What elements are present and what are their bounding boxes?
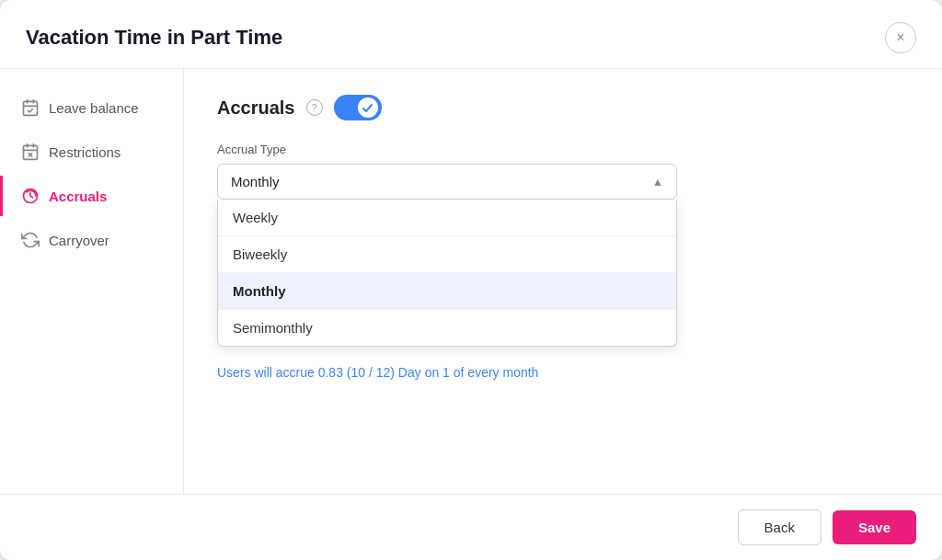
dropdown-option-semimonthly[interactable]: Semimonthly [218, 310, 676, 346]
accrual-type-label: Accrual Type [217, 143, 909, 156]
sidebar-item-accruals[interactable]: Accruals [0, 176, 183, 216]
chevron-up-icon: ▲ [652, 176, 663, 189]
sidebar-item-restrictions[interactable]: Restrictions [0, 131, 183, 172]
sidebar-item-leave-balance[interactable]: Leave balance [0, 87, 183, 128]
dropdown-trigger[interactable]: Monthly ▲ [217, 164, 677, 200]
modal: Vacation Time in Part Time × Leave balan… [0, 0, 942, 560]
accruals-section-title: Accruals [217, 97, 295, 119]
help-icon[interactable]: ? [306, 99, 323, 116]
dropdown-option-biweekly[interactable]: Biweekly [218, 236, 676, 273]
toggle-track [334, 95, 382, 120]
accruals-header: Accruals ? [217, 95, 909, 120]
sidebar: Leave balance Restrictions Accruals [0, 69, 184, 494]
dropdown-selected-value: Monthly [231, 174, 280, 189]
calendar-check-icon [21, 98, 40, 117]
accrual-info-text: Users will accrue 0.83 (10 / 12) Day on … [217, 365, 909, 380]
calendar-x-icon [21, 143, 40, 161]
modal-header: Vacation Time in Part Time × [0, 0, 942, 69]
sidebar-item-label: Accruals [49, 189, 107, 204]
back-button[interactable]: Back [738, 509, 821, 545]
svg-rect-4 [24, 145, 38, 159]
close-button[interactable]: × [885, 22, 916, 53]
dropdown-list: Weekly Biweekly Monthly Semimonthly [217, 200, 677, 347]
dropdown-option-monthly[interactable]: Monthly [218, 273, 676, 310]
content-area: Accruals ? Accrual Type [184, 69, 942, 494]
save-button[interactable]: Save [833, 510, 916, 544]
accrual-type-dropdown[interactable]: Monthly ▲ Weekly Biweekly Monthly Semimo… [217, 164, 677, 200]
sidebar-item-label: Leave balance [49, 100, 139, 116]
sidebar-item-carryover[interactable]: Carryover [0, 220, 183, 260]
toggle-thumb [358, 97, 378, 118]
dropdown-option-weekly[interactable]: Weekly [218, 200, 676, 236]
modal-body: Leave balance Restrictions Accruals [0, 69, 942, 494]
refresh-circle-icon [21, 187, 40, 205]
close-icon: × [896, 29, 904, 46]
svg-rect-0 [24, 101, 38, 115]
refresh-arrows-icon [21, 231, 40, 249]
accruals-toggle[interactable] [334, 95, 382, 120]
sidebar-item-label: Restrictions [49, 144, 121, 160]
modal-footer: Back Save [0, 494, 942, 560]
sidebar-item-label: Carryover [49, 233, 109, 248]
modal-title: Vacation Time in Part Time [26, 26, 282, 50]
